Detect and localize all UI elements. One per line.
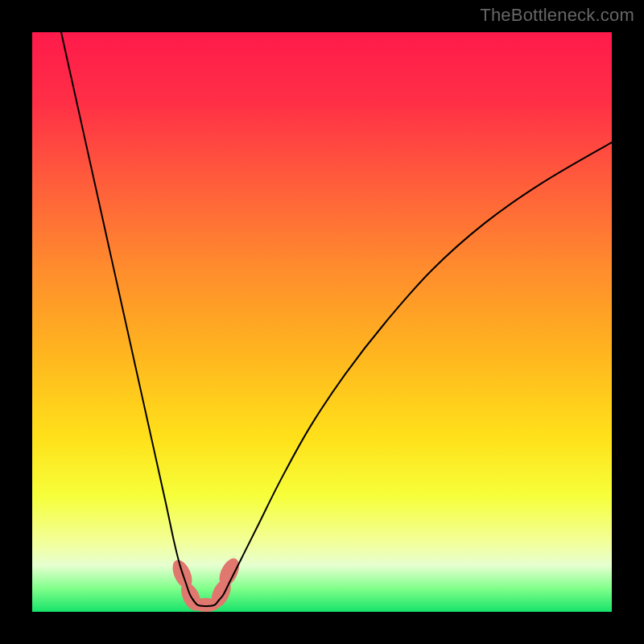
plot-area (32, 32, 612, 612)
chart-frame: TheBottleneck.com (0, 0, 644, 644)
curve-layer (32, 32, 612, 612)
curve-right-arm (219, 142, 612, 601)
curve-left-arm (61, 32, 193, 601)
watermark-text: TheBottleneck.com (480, 5, 634, 26)
